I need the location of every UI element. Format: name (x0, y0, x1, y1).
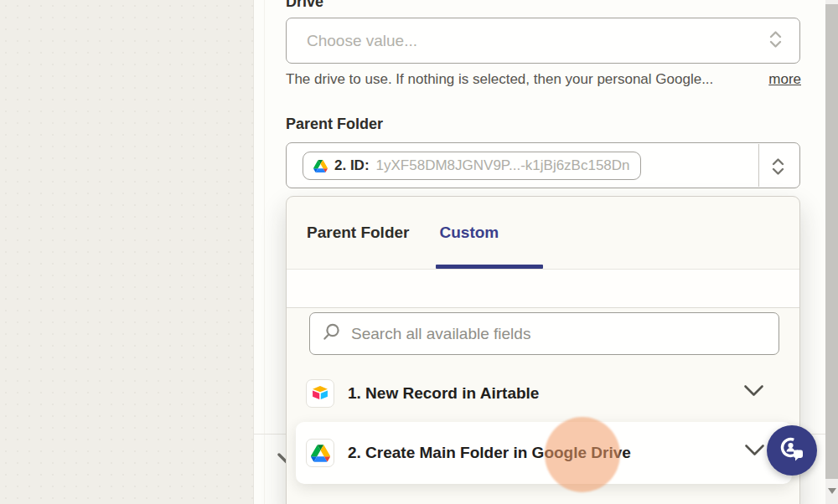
search-input[interactable] (351, 325, 767, 343)
parent-folder-field[interactable]: 2. ID: 1yXF58DM8JGNV9P...-k1jBj6zBc158Dn (286, 142, 800, 188)
step-item-airtable[interactable]: 1. New Record in Airtable (287, 363, 800, 424)
step-item-label: 2. Create Main Folder in Google Drive (348, 444, 631, 462)
chevron-down-icon[interactable] (744, 444, 765, 460)
drive-select[interactable]: Choose value... (286, 18, 800, 64)
support-headset-icon (778, 435, 806, 466)
support-button[interactable] (767, 425, 817, 476)
drive-select-placeholder: Choose value... (307, 32, 768, 50)
chevron-up-down-icon (768, 30, 783, 52)
scrollbar-down-arrow-icon[interactable] (828, 488, 836, 494)
field-divider (758, 144, 759, 187)
active-tab-underline (436, 265, 543, 269)
tab-parent-folder[interactable]: Parent Folder (307, 224, 409, 242)
chevron-up-down-icon[interactable] (771, 157, 785, 179)
custom-value-input[interactable] (287, 270, 799, 308)
chevron-down-icon[interactable] (743, 384, 764, 401)
dropdown-tabs: Parent Folder Custom (287, 197, 799, 270)
airtable-icon (306, 379, 334, 408)
vertical-scrollbar[interactable] (825, 0, 838, 504)
step-item-google-drive[interactable]: 2. Create Main Folder in Google Drive (296, 422, 792, 484)
token-step-prefix: 2. ID: (334, 157, 370, 174)
step-item-label: 1. New Record in Airtable (348, 384, 539, 403)
drive-help-row: The drive to use. If nothing is selected… (286, 71, 801, 88)
search-icon (322, 322, 341, 345)
drive-help-text: The drive to use. If nothing is selected… (286, 71, 768, 88)
more-link[interactable]: more (768, 71, 801, 88)
mapped-value-token[interactable]: 2. ID: 1yXF58DM8JGNV9P...-k1jBj6zBc158Dn (303, 152, 641, 180)
parent-folder-field-label: Parent Folder (286, 116, 383, 133)
google-drive-icon (313, 160, 328, 172)
drive-field-label: Drive (286, 0, 323, 11)
field-search-box[interactable] (309, 312, 779, 355)
field-dropdown-panel: Parent Folder Custom 1. New Record in Ai… (286, 196, 800, 504)
scrollbar-thumb[interactable] (825, 4, 838, 479)
google-drive-icon (306, 439, 334, 467)
token-id-value: 1yXF58DM8JGNV9P...-k1jBj6zBc158Dn (376, 157, 630, 174)
tab-custom[interactable]: Custom (439, 224, 499, 242)
editor-canvas (0, 0, 253, 504)
